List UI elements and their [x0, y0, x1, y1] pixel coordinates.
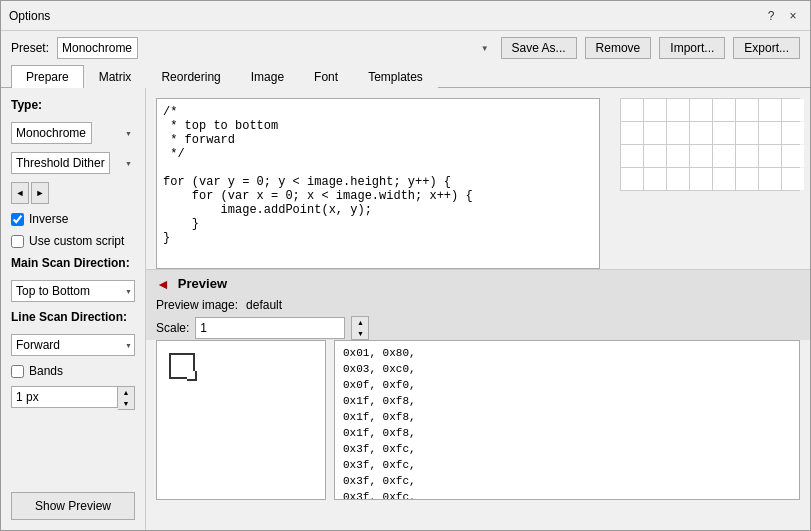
grid-cell: [713, 122, 735, 144]
scale-spin-up[interactable]: ▲: [352, 317, 368, 328]
type-dropdown-row: Monochrome: [11, 122, 135, 144]
line-scan-wrapper: ForwardBackward: [11, 334, 135, 356]
hex-line: 0x01, 0x80,: [343, 345, 791, 361]
remove-button[interactable]: Remove: [585, 37, 652, 59]
preview-canvas: [156, 340, 326, 500]
bands-row: Bands: [11, 364, 135, 378]
hex-output: 0x01, 0x80,0x03, 0xc0,0x0f, 0xf0,0x1f, 0…: [334, 340, 800, 500]
hex-line: 0x3f, 0xfc,: [343, 473, 791, 489]
preview-image-value: default: [246, 298, 282, 312]
grid-cell: [713, 145, 735, 167]
tab-prepare[interactable]: Prepare: [11, 65, 84, 88]
tab-templates[interactable]: Templates: [353, 65, 438, 88]
tab-font[interactable]: Font: [299, 65, 353, 88]
hex-line: 0x1f, 0xf8,: [343, 409, 791, 425]
grid-cell: [690, 99, 712, 121]
grid-cell: [667, 122, 689, 144]
type-select[interactable]: Monochrome: [11, 122, 92, 144]
preview-image-label: Preview image:: [156, 298, 238, 312]
import-button[interactable]: Import...: [659, 37, 725, 59]
grid-cell: [782, 122, 804, 144]
preview-header: ◄ Preview: [156, 276, 800, 292]
scale-row: Scale: 1 ▲ ▼: [156, 316, 800, 340]
arrow-right-button[interactable]: ►: [31, 182, 49, 204]
inverse-row: Inverse: [11, 212, 135, 226]
spinbox-arrows: ▲ ▼: [118, 386, 135, 410]
hex-line: 0x3f, 0xfc,: [343, 457, 791, 473]
hex-line: 0x1f, 0xf8,: [343, 393, 791, 409]
grid-cell: [621, 168, 643, 190]
dither-arrow-row: ◄ ►: [11, 182, 135, 204]
dither-select-wrapper: Threshold Dither: [11, 152, 135, 174]
grid-cell: [690, 168, 712, 190]
bottom-area: 0x01, 0x80,0x03, 0xc0,0x0f, 0xf0,0x1f, 0…: [146, 340, 810, 531]
grid-cell: [690, 145, 712, 167]
inverse-checkbox[interactable]: [11, 213, 24, 226]
tabs-row: Prepare Matrix Reordering Image Font Tem…: [1, 65, 810, 88]
title-bar-controls: ? ×: [762, 7, 802, 25]
preview-arrow-icon: ◄: [156, 276, 170, 292]
main-scan-wrapper: Top to BottomBottom to Top: [11, 280, 135, 302]
preset-select[interactable]: Monochrome: [57, 37, 138, 59]
close-button[interactable]: ×: [784, 7, 802, 25]
spin-up-button[interactable]: ▲: [118, 387, 134, 398]
dither-select[interactable]: Threshold Dither: [11, 152, 110, 174]
grid-cell: [736, 168, 758, 190]
grid-cell: [736, 145, 758, 167]
grid-cell: [644, 168, 666, 190]
code-editor[interactable]: /* * top to bottom * forward */ for (var…: [156, 98, 600, 269]
custom-script-checkbox[interactable]: [11, 235, 24, 248]
hex-line: 0x03, 0xc0,: [343, 361, 791, 377]
grid-cell: [759, 168, 781, 190]
preview-label: Preview: [178, 276, 227, 291]
main-content: Type: Monochrome Threshold Dither ◄ ► In…: [1, 88, 810, 530]
dither-dropdown-row: Threshold Dither: [11, 152, 135, 174]
export-button[interactable]: Export...: [733, 37, 800, 59]
spin-down-button[interactable]: ▼: [118, 398, 134, 409]
matrix-grid: [620, 98, 800, 191]
grid-cell: [644, 122, 666, 144]
grid-cell: [736, 99, 758, 121]
hex-line: 0x3f, 0xfc,: [343, 441, 791, 457]
help-button[interactable]: ?: [762, 7, 780, 25]
show-preview-button[interactable]: Show Preview: [11, 492, 135, 520]
grid-cell: [782, 168, 804, 190]
arrow-left-button[interactable]: ◄: [11, 182, 29, 204]
hex-line: 0x3f, 0xfc,: [343, 489, 791, 500]
tab-reordering[interactable]: Reordering: [146, 65, 235, 88]
main-scan-select[interactable]: Top to BottomBottom to Top: [11, 280, 135, 302]
grid-cell: [713, 168, 735, 190]
grid-cell: [621, 122, 643, 144]
main-scan-label: Main Scan Direction:: [11, 256, 135, 270]
tab-matrix[interactable]: Matrix: [84, 65, 147, 88]
line-scan-select[interactable]: ForwardBackward: [11, 334, 135, 356]
grid-cell: [621, 145, 643, 167]
scale-label: Scale:: [156, 321, 189, 335]
grid-cell: [713, 99, 735, 121]
bands-checkbox[interactable]: [11, 365, 24, 378]
line-scan-label: Line Scan Direction:: [11, 310, 135, 324]
right-panel: /* * top to bottom * forward */ for (var…: [146, 88, 810, 530]
px-input[interactable]: 1 px: [11, 386, 118, 408]
custom-script-row: Use custom script: [11, 234, 135, 248]
grid-cell: [759, 122, 781, 144]
type-select-wrapper: Monochrome: [11, 122, 135, 144]
grid-cell: [782, 99, 804, 121]
grid-cell: [667, 168, 689, 190]
grid-cell: [621, 99, 643, 121]
grid-cell: [644, 99, 666, 121]
grid-cell: [690, 122, 712, 144]
tab-image[interactable]: Image: [236, 65, 299, 88]
preset-row: Preset: Monochrome Save As... Remove Imp…: [1, 31, 810, 65]
custom-script-label: Use custom script: [29, 234, 124, 248]
grid-cell: [667, 145, 689, 167]
scale-spin-down[interactable]: ▼: [352, 328, 368, 339]
scale-spinbox-arrows: ▲ ▼: [351, 316, 369, 340]
preset-label: Preset:: [11, 41, 49, 55]
options-window: Options ? × Preset: Monochrome Save As..…: [0, 0, 811, 531]
bands-label: Bands: [29, 364, 63, 378]
save-as-button[interactable]: Save As...: [501, 37, 577, 59]
scale-input[interactable]: 1: [195, 317, 345, 339]
title-bar: Options ? ×: [1, 1, 810, 31]
window-title: Options: [9, 9, 762, 23]
